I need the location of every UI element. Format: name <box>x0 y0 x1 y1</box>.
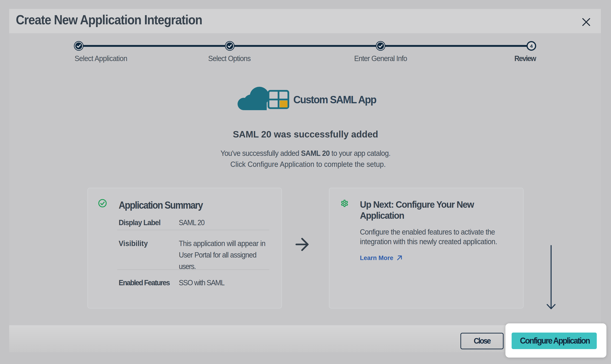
svg-text:4: 4 <box>530 43 533 49</box>
